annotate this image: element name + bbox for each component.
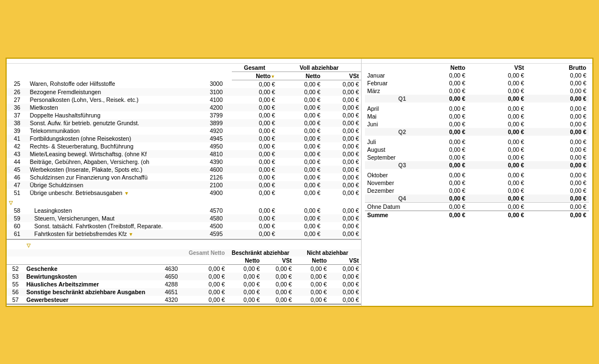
month-vst: 0,00 €: [468, 138, 527, 146]
gesamtsumme-label: [24, 304, 159, 306]
month-brutto: 0,00 €: [527, 79, 589, 87]
bottom-table: ▽ Gesamt Netto Beschränkt abziehbar Nich…: [7, 240, 361, 306]
left-panel: Gesamt Voll abziehbar Netto▼ Netto VSt 2…: [7, 59, 362, 306]
table-row: 59 Steuern, Versicherungen, Maut 4580 0,…: [7, 214, 361, 222]
month-label: Q2: [365, 128, 409, 136]
month-vst: 0,00 €: [468, 71, 527, 79]
table-row: 47 Übrige Schuldzinsen 2100 0,00 € 0,00 …: [7, 181, 361, 189]
month-row: Juli 0,00 € 0,00 € 0,00 €: [365, 138, 589, 146]
month-label: März: [365, 87, 409, 95]
month-brutto: 0,00 €: [527, 95, 589, 102]
month-vst: 0,00 €: [468, 202, 527, 211]
month-brutto: 0,00 €: [527, 171, 589, 179]
month-label: April: [365, 105, 409, 112]
month-label: September: [365, 153, 409, 161]
month-vst: 0,00 €: [468, 161, 527, 169]
month-brutto: 0,00 €: [527, 146, 589, 153]
gs-b-vst: [262, 304, 294, 306]
month-label: Mai: [365, 112, 409, 120]
beschraenkt-group-row: ▽: [7, 240, 361, 249]
month-brutto: 0,00 €: [527, 179, 589, 187]
quarter-row: Q1 0,00 € 0,00 € 0,00 €: [365, 95, 589, 102]
table-row: 36 Mietkosten 4200 0,00 € 0,00 € 0,00 €: [7, 104, 361, 111]
month-vst: 0,00 €: [468, 179, 527, 187]
quarter-row: Q4 0,00 € 0,00 € 0,00 €: [365, 194, 589, 203]
month-brutto: 0,00 €: [527, 194, 589, 203]
month-vst: 0,00 €: [468, 128, 527, 136]
month-label: August: [365, 146, 409, 153]
month-netto: 0,00 €: [409, 105, 468, 112]
month-brutto: 0,00 €: [527, 153, 589, 161]
month-brutto: 0,00 €: [527, 71, 589, 79]
right-header: [362, 59, 592, 64]
table-row: 61 Fahrtkosten für betriebsfremdes Kfz ▼…: [7, 230, 361, 238]
month-brutto: 0,00 €: [527, 87, 589, 95]
month-netto: 0,00 €: [409, 153, 468, 161]
month-label: Q3: [365, 161, 409, 169]
table-row: 39 Telekommunikation 4920 0,00 € 0,00 € …: [7, 127, 361, 135]
th-konto: [201, 64, 232, 80]
month-netto: 0,00 €: [409, 179, 468, 187]
month-label: Januar: [365, 71, 409, 79]
main-table: Gesamt Voll abziehbar Netto▼ Netto VSt 2…: [7, 64, 361, 238]
th-gesamt-netto: Netto▼: [232, 71, 277, 80]
month-vst: 0,00 €: [468, 146, 527, 153]
right-panel-inner: Netto VSt Brutto Januar 0,00 € 0,00 € 0,…: [362, 64, 592, 222]
month-label: Juli: [365, 138, 409, 146]
gesamtsumme-row: [7, 304, 361, 306]
table-row: 46 Schuldzinsen zur Finanzierung von Ans…: [7, 173, 361, 181]
month-vst: 0,00 €: [468, 95, 527, 102]
table-row: 55 Häusliches Arbeitszimmer 4288 0,00 € …: [7, 280, 361, 288]
month-vst: 0,00 €: [468, 105, 527, 112]
gs-n-vst: [329, 304, 361, 306]
month-netto: 0,00 €: [409, 87, 468, 95]
month-netto: 0,00 €: [409, 194, 468, 203]
month-vst: 0,00 €: [468, 211, 527, 219]
table-row: 38 Sonst. Aufw. für betrieb. genutzte Gr…: [7, 119, 361, 127]
month-vst: 0,00 €: [468, 194, 527, 203]
th-zeile: [7, 64, 28, 80]
gs-n-netto: [294, 304, 329, 306]
month-netto: 0,00 €: [409, 120, 468, 128]
month-label: Q1: [365, 95, 409, 102]
month-brutto: 0,00 €: [527, 138, 589, 146]
month-vst: 0,00 €: [468, 87, 527, 95]
right-th-brutto: Brutto: [527, 64, 589, 71]
month-brutto: 0,00 €: [527, 202, 589, 211]
table-row: 41 Fortbildungskosten (ohne Reisekosten)…: [7, 135, 361, 142]
month-label: Summe: [365, 211, 409, 219]
month-label: Oktober: [365, 171, 409, 179]
th-ausgaben: [28, 64, 201, 80]
right-col-header: Netto VSt Brutto: [365, 64, 589, 71]
month-row: November 0,00 € 0,00 € 0,00 €: [365, 179, 589, 187]
table-row: 57 Gewerbesteuer 4320 0,00 € 0,00 € 0,00…: [7, 296, 361, 304]
month-row: Dezember 0,00 € 0,00 € 0,00 €: [365, 187, 589, 194]
table-row: 56 Sonstige beschränkt abziehbare Ausgab…: [7, 288, 361, 296]
table-row: 60 Sonst. tatsächl. Fahrtkosten (Treibst…: [7, 222, 361, 230]
month-netto: 0,00 €: [409, 128, 468, 136]
month-vst: 0,00 €: [468, 171, 527, 179]
bottom-col-subheader-row: Netto VSt Netto VSt: [7, 257, 361, 265]
month-row: April 0,00 € 0,00 € 0,00 €: [365, 105, 589, 112]
sum-row: Summe 0,00 € 0,00 € 0,00 €: [365, 211, 589, 219]
table-row: 27 Personalkosten (Lohn, Vers., Reisek. …: [7, 96, 361, 104]
table-row: 44 Beiträge, Gebühren, Abgaben, Versiche…: [7, 158, 361, 166]
quarter-row: Q3 0,00 € 0,00 € 0,00 €: [365, 161, 589, 169]
th-voll: Voll abziehbar: [277, 64, 361, 72]
left-header: [7, 59, 361, 64]
month-brutto: 0,00 €: [527, 211, 589, 219]
gs-b-netto: [227, 304, 262, 306]
month-label: Juni: [365, 120, 409, 128]
th-voll-netto: Netto: [277, 71, 323, 80]
col-header-row: Gesamt Voll abziehbar: [7, 64, 361, 72]
month-row: März 0,00 € 0,00 € 0,00 €: [365, 87, 589, 95]
table-row: 37 Doppelte Haushaltsführung 3799 0,00 €…: [7, 111, 361, 119]
month-netto: 0,00 €: [409, 161, 468, 169]
month-label: Februar: [365, 79, 409, 87]
month-netto: 0,00 €: [409, 211, 468, 219]
table-row: 25 Waren, Rohstoffe oder Hilfsstoffe 300…: [7, 80, 361, 88]
month-vst: 0,00 €: [468, 112, 527, 120]
kfz-group-row: ▽: [7, 197, 361, 207]
table-row: 42 Rechts- & Steuerberatung, Buchführung…: [7, 142, 361, 150]
month-label: Dezember: [365, 187, 409, 194]
